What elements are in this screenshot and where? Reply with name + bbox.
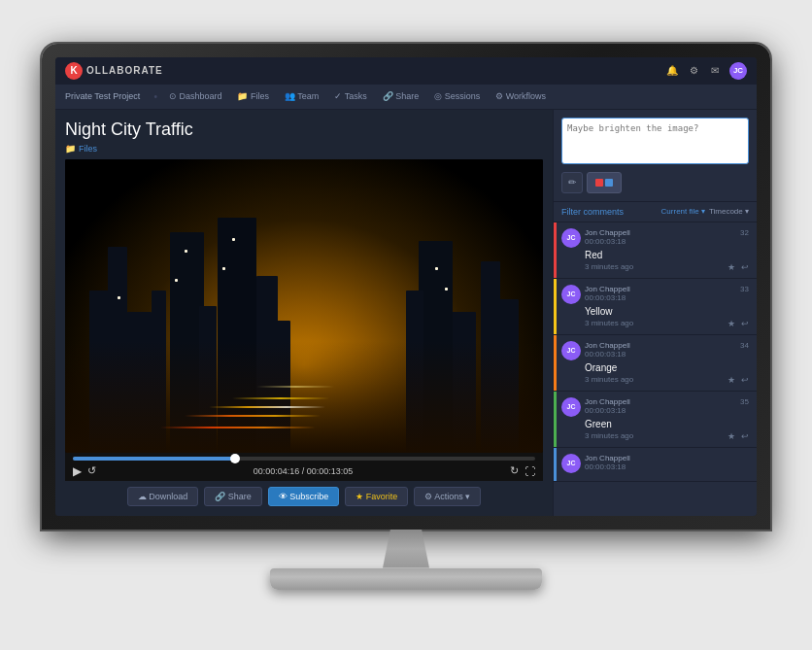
star-icon[interactable]: ★ <box>727 262 735 272</box>
road-overlay <box>65 341 543 453</box>
comment-input-area: ✏ <box>554 110 757 202</box>
comment-textarea[interactable] <box>561 118 749 164</box>
comment-timecode: 00:00:03:18 <box>585 293 736 302</box>
comment-ago: 3 minutes ago <box>585 319 633 327</box>
avatar: JC <box>561 285 581 304</box>
progress-bar[interactable] <box>73 457 535 461</box>
comment-timecode: 00:00:03:18 <box>585 237 736 246</box>
star-icon[interactable]: ★ <box>727 319 735 328</box>
reply-icon[interactable]: ↩ <box>741 375 749 385</box>
comment-user: Jon Chappell <box>585 285 736 294</box>
logo-area: K OLLABORATE <box>65 62 163 80</box>
nav-dashboard[interactable]: ⊙ Dashboard <box>163 89 228 103</box>
comment-ago: 3 minutes ago <box>585 375 633 384</box>
monitor: K OLLABORATE 🔔 ⚙ ✉ JC Private Test Proje… <box>37 44 775 607</box>
play-button[interactable]: ▶ <box>73 464 82 478</box>
comment-item: JC Jon Chappell 00:00:03:18 35 Green 3 m… <box>554 392 757 448</box>
filter-options: Current file ▾ Timecode ▾ <box>661 207 749 216</box>
action-buttons: ☁ Download 🔗 Share 👁 Subscribe ★ Favorit… <box>65 481 543 508</box>
avatar: JC <box>561 228 581 248</box>
comment-user: Jon Chappell <box>585 341 736 351</box>
mail-icon[interactable]: ✉ <box>708 64 722 78</box>
subscribe-button[interactable]: 👁 Subscribe <box>268 487 340 506</box>
comment-ago: 3 minutes ago <box>585 431 633 440</box>
comment-text: Yellow <box>561 306 749 317</box>
comment-user: Jon Chappell <box>585 454 749 463</box>
page-title: Night City Traffic <box>65 120 543 140</box>
time-display: 00:00:04:16 / 00:00:13:05 <box>102 466 504 476</box>
comments-list: JC Jon Chappell 00:00:03:18 32 Red 3 min… <box>554 222 757 516</box>
avatar: JC <box>561 341 581 360</box>
comment-timecode: 00:00:03:18 <box>585 350 736 359</box>
nav-sessions[interactable]: ◎ Sessions <box>428 89 486 103</box>
actions-button[interactable]: ⚙ Actions ▾ <box>414 487 481 506</box>
comment-item: JC Jon Chappell 00:00:03:18 34 Orange 3 … <box>554 335 757 392</box>
progress-handle[interactable] <box>230 454 240 463</box>
comment-timecode: 00:00:03:18 <box>585 406 736 415</box>
filter-label[interactable]: Filter comments <box>561 207 624 217</box>
comment-tools: ✏ <box>561 172 749 193</box>
filter-current-file[interactable]: Current file ▾ <box>661 207 705 216</box>
bell-icon[interactable]: 🔔 <box>665 64 679 78</box>
share-button[interactable]: 🔗 Share <box>204 487 262 506</box>
progress-fill <box>73 457 235 461</box>
reply-icon[interactable]: ↩ <box>741 431 749 441</box>
comment-user: Jon Chappell <box>585 228 736 238</box>
nav-bar: Private Test Project • ⊙ Dashboard 📁 Fil… <box>55 85 757 110</box>
comment-text: Green <box>561 419 749 429</box>
screen: K OLLABORATE 🔔 ⚙ ✉ JC Private Test Proje… <box>55 57 757 516</box>
comments-panel: ✏ Filter comments Current file ▾ Tim <box>553 110 757 516</box>
comment-count: 33 <box>740 285 749 293</box>
comment-item: JC Jon Chappell 00:00:03:18 32 Red 3 min… <box>554 222 757 279</box>
video-frame <box>65 159 543 453</box>
comment-ago: 3 minutes ago <box>585 262 633 271</box>
ctrl-right: ↻ ⛶ <box>510 464 535 477</box>
download-button[interactable]: ☁ Download <box>127 487 199 506</box>
comment-count: 32 <box>740 228 749 237</box>
video-controls: ▶ ↺ 00:00:04:16 / 00:00:13:05 ↻ ⛶ <box>65 453 543 481</box>
nav-tasks[interactable]: ✓ Tasks <box>328 89 372 103</box>
settings-icon[interactable]: ⚙ <box>687 64 700 78</box>
nav-team[interactable]: 👥 Team <box>279 89 324 103</box>
comment-text: Orange <box>561 362 749 373</box>
favorite-button[interactable]: ★ Favorite <box>345 487 408 506</box>
color-palette[interactable] <box>587 172 622 193</box>
controls-row: ▶ ↺ 00:00:04:16 / 00:00:13:05 ↻ ⛶ <box>73 464 535 478</box>
monitor-body: K OLLABORATE 🔔 ⚙ ✉ JC Private Test Proje… <box>42 44 770 530</box>
left-panel: Night City Traffic 📁 Files <box>55 110 553 516</box>
user-avatar[interactable]: JC <box>729 62 747 80</box>
reply-icon[interactable]: ↩ <box>741 262 749 272</box>
reply-icon[interactable]: ↩ <box>741 319 749 328</box>
monitor-base <box>270 568 542 590</box>
pencil-tool[interactable]: ✏ <box>561 172 583 193</box>
avatar: JC <box>561 454 581 473</box>
filter-timecode[interactable]: Timecode ▾ <box>709 207 749 216</box>
comment-timecode: 00:00:03:18 <box>585 462 749 471</box>
refresh-button[interactable]: ↻ <box>510 464 519 477</box>
fullscreen-button[interactable]: ⛶ <box>524 465 535 477</box>
comment-user: Jon Chappell <box>585 397 736 407</box>
star-icon[interactable]: ★ <box>727 375 735 385</box>
main-content: Night City Traffic 📁 Files <box>55 110 757 516</box>
nav-workflows[interactable]: ⚙ Workflows <box>490 89 552 103</box>
comment-count: 35 <box>740 397 749 406</box>
nav-files[interactable]: 📁 Files <box>231 89 275 103</box>
monitor-neck <box>367 530 445 568</box>
rewind-button[interactable]: ↺ <box>87 464 96 477</box>
logo-text: OLLABORATE <box>86 65 163 76</box>
logo-icon: K <box>65 62 83 80</box>
avatar: JC <box>561 397 581 417</box>
nav-share[interactable]: 🔗 Share <box>377 89 425 103</box>
comment-text: Red <box>561 250 749 260</box>
star-icon[interactable]: ★ <box>727 431 735 441</box>
files-link[interactable]: 📁 Files <box>65 144 543 154</box>
project-name[interactable]: Private Test Project <box>65 91 140 101</box>
comment-item: JC Jon Chappell 00:00:03:18 33 Yellow 3 … <box>554 279 757 335</box>
filter-row: Filter comments Current file ▾ Timecode … <box>554 202 757 222</box>
comment-item: JC Jon Chappell 00:00:03:18 <box>554 448 757 482</box>
video-player[interactable] <box>65 159 543 453</box>
top-bar: K OLLABORATE 🔔 ⚙ ✉ JC <box>55 57 757 85</box>
comment-count: 34 <box>740 341 749 350</box>
